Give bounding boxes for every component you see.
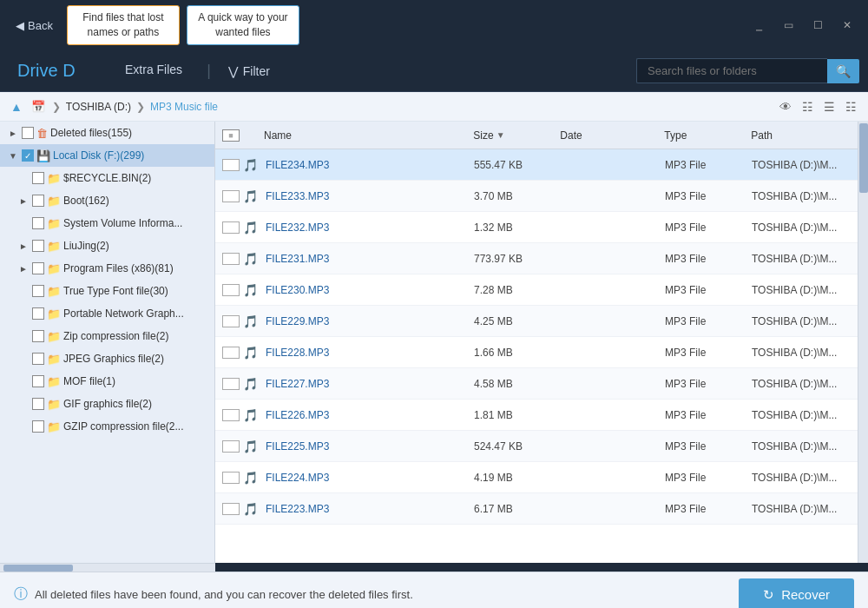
sidebar-item[interactable]: 📁 $RECYCLE.BIN(2) [0, 167, 214, 189]
view-icon-button[interactable]: 👁 [775, 97, 796, 116]
search-button[interactable]: 🔍 [827, 59, 859, 83]
tree-check[interactable] [32, 307, 44, 320]
folder-icon: 📁 [47, 217, 61, 230]
scrollbar-thumb[interactable] [859, 123, 868, 193]
mp3-icon: 🎵 [243, 252, 262, 266]
file-name: FILE226.MP3 [262, 409, 474, 421]
maximize-button[interactable]: ☐ [806, 17, 830, 34]
tree-check[interactable] [32, 262, 44, 274]
sidebar-item[interactable]: 📁 System Volume Informa... [0, 212, 214, 235]
row-check[interactable] [222, 159, 240, 171]
sort-arrow-icon: ▼ [496, 130, 505, 140]
sidebar-item[interactable]: ► 📁 LiuJing(2) [0, 235, 214, 257]
sidebar-item[interactable]: 📁 Portable Network Graph... [0, 302, 214, 325]
local-disk-item[interactable]: ▼ ✓ 💾 Local Disk (F:)(299) [0, 144, 214, 167]
row-check[interactable] [222, 503, 240, 515]
tree-check[interactable] [32, 217, 44, 229]
row-check[interactable] [222, 440, 240, 453]
sidebar-item[interactable]: ► 📁 Boot(162) [0, 189, 214, 212]
mp3-icon: 🎵 [243, 283, 262, 297]
vertical-scrollbar[interactable] [858, 122, 868, 563]
horizontal-scrollbar[interactable] [0, 563, 215, 572]
file-type: MP3 File [665, 159, 752, 171]
file-path: TOSHIBA (D:)\M... [752, 253, 854, 265]
search-input[interactable] [636, 58, 827, 83]
main-layout: ► 🗑 Deleted files(155) ▼ ✓ 💾 Local Disk … [0, 122, 868, 563]
sidebar-item-label: Zip compression file(2) [63, 330, 168, 342]
row-check[interactable] [222, 347, 240, 359]
table-row[interactable]: 🎵 FILE225.MP3 524.47 KB MP3 File TOSHIBA… [215, 431, 858, 462]
mp3-icon: 🎵 [243, 502, 262, 516]
sidebar-item[interactable]: 📁 GIF graphics file(2) [0, 393, 214, 415]
row-check[interactable] [222, 315, 240, 327]
up-button[interactable]: ▲ [7, 98, 26, 116]
row-check[interactable] [222, 409, 240, 421]
expand-icon: ► [17, 262, 30, 274]
back-arrow-icon: ◀ [16, 19, 24, 32]
back-label: Back [28, 19, 53, 32]
filter-tab[interactable]: ⋁ Filter [214, 50, 284, 91]
file-name: FILE232.MP3 [262, 221, 474, 234]
deleted-files-check[interactable] [22, 127, 34, 139]
table-row[interactable]: 🎵 FILE227.MP3 4.58 MB MP3 File TOSHIBA (… [215, 368, 858, 400]
breadcrumb-drive[interactable]: TOSHIBA (D:) [66, 101, 131, 113]
row-check[interactable] [222, 378, 240, 390]
view-detail-button[interactable]: ☷ [841, 97, 861, 116]
minimize-button[interactable]: ⎯ [746, 17, 771, 34]
tree-check[interactable] [32, 240, 44, 252]
view-grid-button[interactable]: ☷ [798, 97, 818, 116]
table-row[interactable]: 🎵 FILE228.MP3 1.66 MB MP3 File TOSHIBA (… [215, 337, 858, 368]
tree-check[interactable] [32, 398, 44, 410]
table-row[interactable]: 🎵 FILE230.MP3 7.28 MB MP3 File TOSHIBA (… [215, 274, 858, 306]
view-list-button[interactable]: ☰ [819, 97, 839, 116]
sidebar-item[interactable]: 📁 True Type Font file(30) [0, 280, 214, 302]
folder-icon: 📁 [47, 353, 61, 366]
row-check[interactable] [222, 253, 240, 265]
local-disk-check[interactable]: ✓ [22, 149, 34, 162]
table-row[interactable]: 🎵 FILE223.MP3 6.17 MB MP3 File TOSHIBA (… [215, 493, 858, 525]
tree-check[interactable] [32, 375, 44, 387]
file-size: 4.58 MB [474, 378, 561, 390]
tree-check[interactable] [32, 172, 44, 184]
deleted-files-item[interactable]: ► 🗑 Deleted files(155) [0, 122, 214, 144]
extra-files-tab[interactable]: Extra Files [104, 50, 203, 91]
tree-check[interactable] [32, 353, 44, 365]
tree-check[interactable] [32, 420, 44, 433]
col-size-header: Size ▼ [473, 129, 560, 142]
table-row[interactable]: 🎵 FILE232.MP3 1.32 MB MP3 File TOSHIBA (… [215, 212, 858, 243]
tree-check[interactable] [32, 285, 44, 297]
table-row[interactable]: 🎵 FILE229.MP3 4.25 MB MP3 File TOSHIBA (… [215, 306, 858, 337]
file-type: MP3 File [665, 503, 752, 515]
file-path: TOSHIBA (D:)\M... [752, 378, 854, 390]
folder-icon: 📁 [47, 195, 61, 208]
drive-label[interactable]: Drive D [0, 61, 104, 81]
table-row[interactable]: 🎵 FILE226.MP3 1.81 MB MP3 File TOSHIBA (… [215, 400, 858, 431]
table-row[interactable]: 🎵 FILE224.MP3 4.19 MB MP3 File TOSHIBA (… [215, 462, 858, 493]
sidebar-item[interactable]: 📁 Zip compression file(2) [0, 325, 214, 347]
row-check[interactable] [222, 221, 240, 234]
filelist-area: ■ Name Size ▼ Date Type Path 🎵 FILE234.M… [215, 122, 858, 563]
close-button[interactable]: ✕ [835, 17, 859, 34]
sidebar-item[interactable]: 📁 MOF file(1) [0, 370, 214, 393]
sidebar-item[interactable]: ► 📁 Program Files (x86)(81) [0, 257, 214, 280]
row-check[interactable] [222, 190, 240, 202]
file-size: 773.97 KB [474, 253, 561, 265]
breadcrumb-folder[interactable]: MP3 Music file [150, 101, 218, 113]
col-type-header: Type [664, 129, 751, 142]
row-check[interactable] [222, 472, 240, 484]
table-row[interactable]: 🎵 FILE234.MP3 555.47 KB MP3 File TOSHIBA… [215, 149, 858, 181]
table-row[interactable]: 🎵 FILE233.MP3 3.70 MB MP3 File TOSHIBA (… [215, 181, 858, 212]
restore-button[interactable]: ▭ [776, 17, 800, 34]
file-name: FILE231.MP3 [262, 253, 474, 265]
recover-button[interactable]: ↻ Recover [739, 578, 854, 609]
sidebar-item[interactable]: 📁 JPEG Graphics file(2) [0, 347, 214, 370]
back-button[interactable]: ◀ Back [9, 16, 60, 36]
sidebar-item[interactable]: 📁 GZIP compression file(2... [0, 415, 214, 438]
horiz-scrollbar-thumb[interactable] [3, 565, 73, 572]
tree-check[interactable] [32, 330, 44, 342]
file-type: MP3 File [665, 190, 752, 202]
header-check[interactable]: ■ [222, 129, 240, 142]
table-row[interactable]: 🎵 FILE231.MP3 773.97 KB MP3 File TOSHIBA… [215, 243, 858, 274]
tree-check[interactable] [32, 195, 44, 207]
row-check[interactable] [222, 284, 240, 296]
